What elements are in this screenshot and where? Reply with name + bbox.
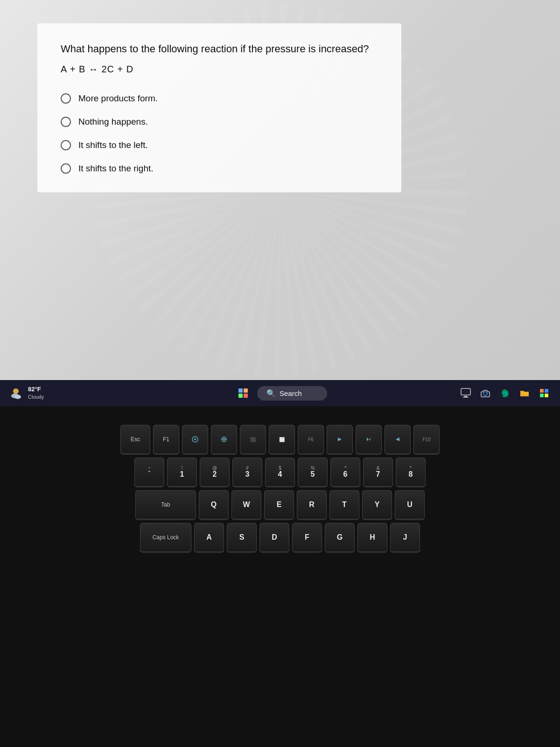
folder-icon[interactable] [516, 385, 533, 402]
option-4-text: It shifts to the right. [78, 163, 154, 174]
qwerty-row: Tab Q W E R T Y U [23, 490, 537, 520]
key-u[interactable]: U [395, 490, 425, 520]
taskbar-center: 🔍 Search [233, 383, 327, 403]
svg-rect-8 [545, 389, 548, 393]
question-area: What happens to the following reaction i… [37, 23, 401, 192]
key-f10[interactable]: F10 [413, 425, 440, 455]
edge-icon[interactable] [497, 385, 513, 402]
radio-3[interactable] [61, 140, 71, 150]
option-3[interactable]: It shifts to the left. [61, 140, 378, 150]
key-backtick[interactable]: ~` [134, 458, 164, 487]
key-f6[interactable]: F6 [298, 425, 324, 455]
radio-2[interactable] [61, 117, 71, 127]
number-row: ~` !1 @2 #3 $4 %5 ^6 &7 *8 [23, 458, 537, 487]
svg-rect-10 [545, 394, 548, 397]
key-r[interactable]: R [297, 490, 327, 520]
start-icon [238, 388, 248, 398]
svg-rect-9 [540, 394, 544, 397]
key-f4[interactable]: ⬛ [240, 425, 266, 455]
start-button[interactable] [233, 383, 253, 403]
key-8[interactable]: *8 [396, 458, 426, 487]
key-esc[interactable]: Esc [120, 425, 150, 455]
key-4[interactable]: $4 [265, 458, 295, 487]
key-1[interactable]: !1 [167, 458, 197, 487]
key-q[interactable]: Q [199, 490, 229, 520]
search-label: Search [280, 389, 302, 397]
weather-condition: Cloudy [28, 394, 44, 400]
svg-point-2 [14, 395, 21, 399]
question-text: What happens to the following reaction i… [61, 42, 378, 56]
weather-temp: 82°F [28, 386, 44, 394]
keyboard: Esc F1 ⬛ ⬜ F6 F10 ~` !1 [23, 425, 537, 553]
svg-rect-4 [464, 396, 467, 397]
weather-icon [7, 385, 24, 402]
option-1-text: More products form. [78, 93, 158, 104]
taskbar: 82°F Cloudy 🔍 Search [0, 380, 560, 406]
option-1[interactable]: More products form. [61, 93, 378, 104]
key-y[interactable]: Y [362, 490, 392, 520]
weather-widget[interactable]: 82°F Cloudy [7, 385, 44, 402]
key-s[interactable]: S [227, 523, 257, 553]
svg-point-6 [483, 392, 487, 395]
equation-text: A + B ↔ 2C + D [61, 64, 378, 75]
key-7[interactable]: &7 [363, 458, 393, 487]
options-list: More products form. Nothing happens. It … [61, 93, 378, 174]
key-w[interactable]: W [231, 490, 261, 520]
key-j[interactable]: J [390, 523, 420, 553]
option-2[interactable]: Nothing happens. [61, 117, 378, 127]
option-3-text: It shifts to the left. [78, 140, 148, 150]
svg-point-12 [194, 438, 196, 440]
key-f2[interactable] [182, 425, 208, 455]
key-6[interactable]: ^6 [330, 458, 360, 487]
key-capslock[interactable]: Caps Lock [140, 523, 191, 553]
svg-point-0 [13, 388, 19, 394]
key-f3[interactable] [211, 425, 237, 455]
key-f1[interactable]: F1 [153, 425, 179, 455]
radio-4[interactable] [61, 163, 71, 174]
key-f[interactable]: F [292, 523, 322, 553]
grid-icon[interactable] [536, 385, 553, 402]
key-e[interactable]: E [264, 490, 294, 520]
key-g[interactable]: G [325, 523, 355, 553]
camera-icon[interactable] [477, 385, 494, 402]
weather-text: 82°F Cloudy [28, 386, 44, 400]
key-f5[interactable]: ⬜ [269, 425, 295, 455]
svg-rect-7 [540, 389, 544, 393]
key-f9[interactable] [385, 425, 411, 455]
desktop-icon[interactable] [457, 385, 474, 402]
search-icon: 🔍 [266, 389, 276, 398]
key-f7[interactable] [327, 425, 353, 455]
svg-rect-3 [461, 388, 470, 395]
radio-1[interactable] [61, 93, 71, 104]
asdf-row: Caps Lock A S D F G H J [23, 523, 537, 553]
fn-row: Esc F1 ⬛ ⬜ F6 F10 [23, 425, 537, 455]
search-bar[interactable]: 🔍 Search [257, 386, 327, 401]
taskbar-right [457, 385, 553, 402]
key-a[interactable]: A [194, 523, 224, 553]
svg-rect-5 [463, 397, 469, 398]
key-d[interactable]: D [259, 523, 289, 553]
key-tab[interactable]: Tab [135, 490, 196, 520]
screen: What happens to the following reaction i… [0, 0, 560, 406]
key-f8[interactable] [356, 425, 382, 455]
key-5[interactable]: %5 [298, 458, 328, 487]
key-h[interactable]: H [357, 523, 387, 553]
screen-content: What happens to the following reaction i… [0, 0, 560, 380]
key-t[interactable]: T [329, 490, 359, 520]
key-2[interactable]: @2 [200, 458, 230, 487]
key-3[interactable]: #3 [232, 458, 262, 487]
keyboard-area: Esc F1 ⬛ ⬜ F6 F10 ~` !1 [0, 406, 560, 747]
option-4[interactable]: It shifts to the right. [61, 163, 378, 174]
option-2-text: Nothing happens. [78, 117, 148, 127]
